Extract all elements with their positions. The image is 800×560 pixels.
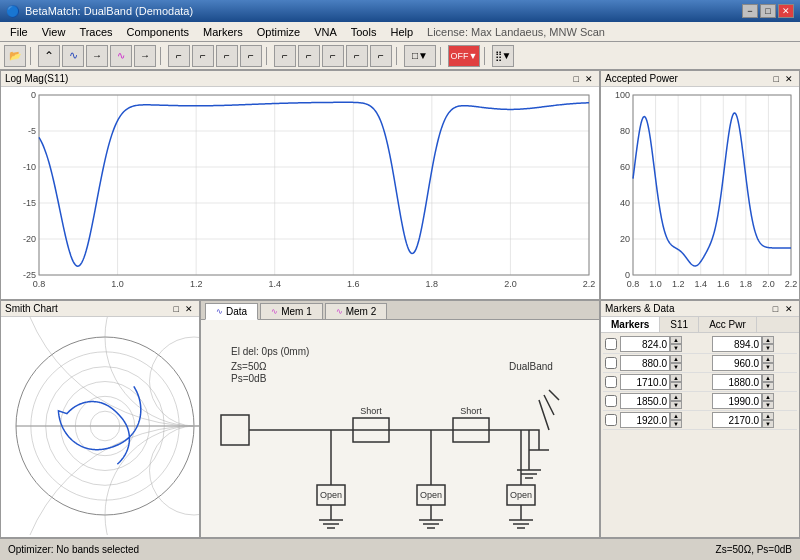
markers-controls: □ ✕ — [771, 303, 795, 314]
marker-input-val1-0[interactable] — [620, 336, 670, 352]
maximize-button[interactable]: □ — [760, 4, 776, 18]
markers-tab-accpwr[interactable]: Acc Pwr — [699, 317, 757, 332]
marker-spin-dn1-1[interactable]: ▼ — [670, 363, 682, 371]
accpwr-close[interactable]: ✕ — [783, 74, 795, 84]
marker-spin-dn1-2[interactable]: ▼ — [670, 382, 682, 390]
menu-traces[interactable]: Traces — [73, 25, 118, 39]
marker-input-val2-4[interactable] — [712, 412, 762, 428]
markers-tab-markers[interactable]: Markers — [601, 317, 660, 332]
marker-input-val2-3[interactable] — [712, 393, 762, 409]
menu-tools[interactable]: Tools — [345, 25, 383, 39]
markers-tab-s11[interactable]: S11 — [660, 317, 699, 332]
marker-chk-3[interactable] — [605, 395, 617, 407]
toolbar-rect[interactable]: □▼ — [404, 45, 436, 67]
marker-spin-dn2-2[interactable]: ▼ — [762, 382, 774, 390]
marker-input-val1-1[interactable] — [620, 355, 670, 371]
marker-row-4: ▲ ▼ ▲ ▼ — [603, 411, 797, 430]
marker-spin-up1-3[interactable]: ▲ — [670, 393, 682, 401]
marker-spin-up1-1[interactable]: ▲ — [670, 355, 682, 363]
marker-chk-4[interactable] — [605, 414, 617, 426]
marker-spin-up2-3[interactable]: ▲ — [762, 393, 774, 401]
marker-spin-up1-4[interactable]: ▲ — [670, 412, 682, 420]
toolbar-b2[interactable]: ⌐ — [192, 45, 214, 67]
logmag-canvas — [1, 87, 599, 297]
marker-chk-0[interactable] — [605, 338, 617, 350]
marker-spin-dn1-3[interactable]: ▼ — [670, 401, 682, 409]
marker-input-val2-1[interactable] — [712, 355, 762, 371]
marker-spin-dn2-4[interactable]: ▼ — [762, 420, 774, 428]
toolbar-undo[interactable]: ⌃ — [38, 45, 60, 67]
marker-spin-dn2-3[interactable]: ▼ — [762, 401, 774, 409]
marker-val1-0: ▲ ▼ — [620, 336, 690, 352]
smith-close[interactable]: ✕ — [183, 304, 195, 314]
menu-license: License: Max Landaeus, MNW Scan — [421, 25, 611, 39]
marker-val1-3: ▲ ▼ — [620, 393, 690, 409]
marker-val1-2: ▲ ▼ — [620, 374, 690, 390]
menu-optimize[interactable]: Optimize — [251, 25, 306, 39]
logmag-controls: □ ✕ — [572, 74, 595, 84]
marker-spin-up1-0[interactable]: ▲ — [670, 336, 682, 344]
marker-spin-up2-1[interactable]: ▲ — [762, 355, 774, 363]
menu-view[interactable]: View — [36, 25, 72, 39]
toolbar-c2[interactable]: ⌐ — [298, 45, 320, 67]
tab-mem2-icon: ∿ — [336, 307, 343, 316]
tab-mem1[interactable]: ∿ Mem 1 — [260, 303, 323, 319]
marker-row-0: ▲ ▼ ▲ ▼ — [603, 335, 797, 354]
toolbar-off[interactable]: OFF▼ — [448, 45, 480, 67]
marker-spin-dn2-1[interactable]: ▼ — [762, 363, 774, 371]
toolbar-c5[interactable]: ⌐ — [370, 45, 392, 67]
tab-data[interactable]: ∿ Data — [205, 303, 258, 320]
logmag-close[interactable]: ✕ — [583, 74, 595, 84]
app-icon: 🔵 — [6, 5, 20, 18]
logmag-restore[interactable]: □ — [572, 74, 581, 84]
toolbar-wave2[interactable]: ∿ — [110, 45, 132, 67]
markers-table: ▲ ▼ ▲ ▼ ▲ — [601, 333, 799, 432]
marker-chk-2[interactable] — [605, 376, 617, 388]
toolbar-open[interactable]: 📂 — [4, 45, 26, 67]
marker-spin-up2-0[interactable]: ▲ — [762, 336, 774, 344]
minimize-button[interactable]: − — [742, 4, 758, 18]
toolbar-s11[interactable]: ∿ — [62, 45, 84, 67]
marker-spin-up2-2[interactable]: ▲ — [762, 374, 774, 382]
marker-chk-1[interactable] — [605, 357, 617, 369]
toolbar-b4[interactable]: ⌐ — [240, 45, 262, 67]
circuit-canvas — [201, 320, 599, 537]
marker-spin-up1-2[interactable]: ▲ — [670, 374, 682, 382]
marker-input-val2-0[interactable] — [712, 336, 762, 352]
close-button[interactable]: ✕ — [778, 4, 794, 18]
toolbar-grid[interactable]: ⣿▼ — [492, 45, 514, 67]
marker-input-val1-3[interactable] — [620, 393, 670, 409]
toolbar-b1[interactable]: ⌐ — [168, 45, 190, 67]
marker-input-val2-2[interactable] — [712, 374, 762, 390]
accpwr-restore[interactable]: □ — [772, 74, 781, 84]
markers-title-bar: Markers & Data □ ✕ — [601, 301, 799, 317]
logmag-title: Log Mag(S11) — [5, 73, 68, 84]
marker-input-val1-4[interactable] — [620, 412, 670, 428]
toolbar-c4[interactable]: ⌐ — [346, 45, 368, 67]
title-bar-controls: − □ ✕ — [742, 4, 794, 18]
app-title: BetaMatch: DualBand (Demodata) — [25, 5, 193, 17]
toolbar-c1[interactable]: ⌐ — [274, 45, 296, 67]
circuit-area — [201, 320, 599, 537]
marker-spin-up2-4[interactable]: ▲ — [762, 412, 774, 420]
toolbar-b3[interactable]: ⌐ — [216, 45, 238, 67]
menu-markers[interactable]: Markers — [197, 25, 249, 39]
smith-restore[interactable]: □ — [172, 304, 181, 314]
toolbar-c3[interactable]: ⌐ — [322, 45, 344, 67]
tab-mem2[interactable]: ∿ Mem 2 — [325, 303, 388, 319]
menu-file[interactable]: File — [4, 25, 34, 39]
marker-spin-dn1-4[interactable]: ▼ — [670, 420, 682, 428]
toolbar-arrow2[interactable]: → — [134, 45, 156, 67]
menu-help[interactable]: Help — [384, 25, 419, 39]
menu-vna[interactable]: VNA — [308, 25, 343, 39]
marker-input-val1-2[interactable] — [620, 374, 670, 390]
menu-components[interactable]: Components — [121, 25, 195, 39]
marker-spin-dn1-0[interactable]: ▼ — [670, 344, 682, 352]
marker-val2-4: ▲ ▼ — [712, 412, 782, 428]
tab-mem2-label: Mem 2 — [346, 306, 377, 317]
markers-restore[interactable]: □ — [771, 304, 780, 314]
toolbar-arrow1[interactable]: → — [86, 45, 108, 67]
markers-close[interactable]: ✕ — [783, 304, 795, 314]
toolbar: 📂 ⌃ ∿ → ∿ → ⌐ ⌐ ⌐ ⌐ ⌐ ⌐ ⌐ ⌐ ⌐ □▼ OFF▼ ⣿▼ — [0, 42, 800, 70]
marker-spin-dn2-0[interactable]: ▼ — [762, 344, 774, 352]
